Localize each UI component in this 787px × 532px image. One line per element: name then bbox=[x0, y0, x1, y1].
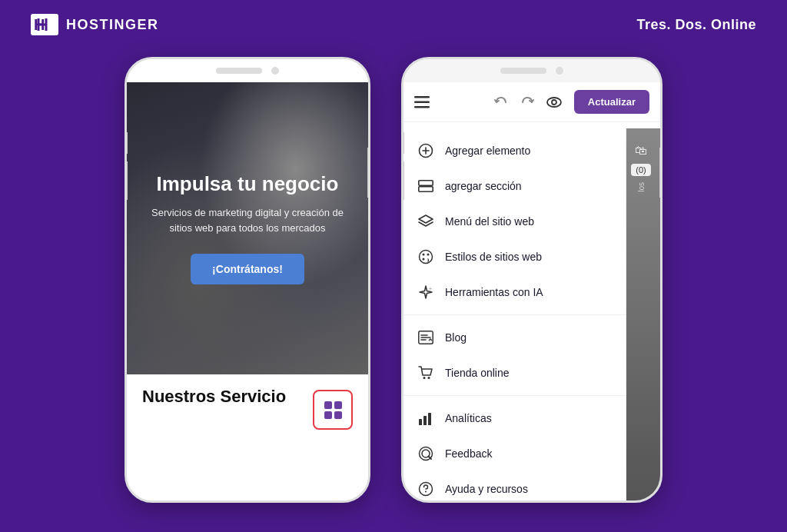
cart-icon-edge: 🛍 bbox=[635, 144, 647, 158]
menu-item-feedback[interactable]: Feedback bbox=[403, 436, 626, 471]
redo-icon[interactable] bbox=[520, 95, 534, 109]
editor-toolbar: Actualizar bbox=[403, 82, 660, 122]
svg-rect-13 bbox=[419, 181, 433, 185]
svg-point-17 bbox=[423, 254, 425, 256]
main-area: Impulsa tu negocio Servicios de marketin… bbox=[0, 49, 787, 510]
menu-item-analytics[interactable]: Analíticas bbox=[403, 401, 626, 436]
svg-rect-27 bbox=[423, 416, 427, 425]
svg-rect-28 bbox=[428, 413, 431, 425]
right-phone-notch bbox=[403, 59, 660, 82]
svg-point-25 bbox=[428, 377, 430, 379]
right-power-button bbox=[659, 148, 662, 198]
hamburger-menu-icon[interactable] bbox=[414, 96, 430, 108]
undo-icon[interactable] bbox=[494, 95, 508, 109]
svg-marker-15 bbox=[419, 215, 433, 223]
cart-count-badge: (0) bbox=[631, 164, 650, 176]
volume-down-button bbox=[125, 161, 128, 200]
site-title: Tres. Dos. Online bbox=[636, 17, 756, 33]
menu-item-analytics-label: Analíticas bbox=[445, 412, 492, 424]
svg-point-8 bbox=[547, 98, 561, 107]
menu-item-site-styles-label: Estilos de sitios web bbox=[445, 251, 542, 263]
svg-rect-5 bbox=[414, 96, 430, 98]
svg-point-33 bbox=[425, 491, 427, 493]
app-icon-grid bbox=[324, 401, 342, 419]
right-volume-up-button bbox=[401, 132, 404, 154]
svg-rect-14 bbox=[419, 187, 433, 191]
svg-rect-7 bbox=[414, 106, 430, 108]
left-phone-mockup: Impulsa tu negocio Servicios de marketin… bbox=[125, 57, 370, 503]
menu-item-blog-label: Blog bbox=[445, 331, 467, 344]
menu-item-help-label: Ayuda y recursos bbox=[445, 483, 528, 495]
right-phone-mockup: Actualizar 🛍 (0) los A bbox=[401, 57, 662, 503]
menu-section-3: Analíticas Feedback bbox=[403, 396, 626, 500]
menu-item-blog[interactable]: Blog bbox=[403, 320, 626, 355]
right-phone-power-button bbox=[659, 148, 662, 198]
svg-rect-26 bbox=[419, 419, 422, 425]
svg-point-18 bbox=[427, 254, 430, 256]
menu-section-2: Blog Tienda online bbox=[403, 315, 626, 396]
menu-item-site-styles[interactable]: Estilos de sitios web bbox=[403, 239, 626, 274]
app-icon-box[interactable] bbox=[313, 390, 353, 430]
menu-item-site-menu[interactable]: Menú del sitio web bbox=[403, 204, 626, 239]
svg-point-19 bbox=[423, 258, 425, 261]
notch-circle bbox=[271, 67, 279, 75]
volume-up-button bbox=[125, 132, 128, 154]
menu-section-1: Agregar elemento agregar sección bbox=[403, 128, 626, 315]
svg-line-31 bbox=[429, 457, 432, 460]
logo: H HOSTINGER bbox=[31, 14, 159, 35]
hero-text-block: Impulsa tu negocio Servicios de marketin… bbox=[142, 172, 353, 284]
app-icon-cell-2 bbox=[334, 401, 342, 409]
blog-icon bbox=[417, 329, 434, 346]
top-bar: H HOSTINGER Tres. Dos. Online bbox=[0, 0, 787, 49]
menu-item-online-store[interactable]: Tienda online bbox=[403, 355, 626, 391]
right-notch-circle bbox=[556, 67, 563, 75]
left-phone-notch bbox=[127, 59, 368, 82]
menu-item-feedback-label: Feedback bbox=[445, 447, 492, 460]
question-circle-icon bbox=[417, 480, 434, 497]
notch-pill bbox=[216, 68, 262, 74]
hero-section: Impulsa tu negocio Servicios de marketin… bbox=[127, 82, 368, 374]
website-edge: 🛍 (0) los bbox=[622, 128, 660, 500]
add-section-icon bbox=[417, 178, 434, 195]
menu-item-add-element[interactable]: Agregar elemento bbox=[403, 133, 626, 168]
svg-point-9 bbox=[552, 100, 556, 105]
layers-icon bbox=[417, 213, 434, 230]
menu-item-add-section-label: agregar sección bbox=[445, 180, 522, 192]
hero-subtitle: Servicios de marketing digital y creació… bbox=[142, 205, 353, 235]
app-icon-cell-4 bbox=[334, 411, 342, 419]
power-button bbox=[367, 148, 370, 198]
svg-point-16 bbox=[420, 251, 433, 264]
dropdown-menu: Agregar elemento agregar sección bbox=[403, 128, 626, 500]
menu-item-add-section[interactable]: agregar sección bbox=[403, 168, 626, 204]
edge-text: los bbox=[637, 182, 646, 192]
palette-icon bbox=[417, 248, 434, 265]
left-phone-power-button bbox=[367, 148, 370, 198]
sparkle-icon bbox=[417, 284, 434, 301]
menu-item-online-store-label: Tienda online bbox=[445, 367, 510, 379]
hero-title: Impulsa tu negocio bbox=[142, 172, 353, 196]
hero-cta-button[interactable]: ¡Contrátanos! bbox=[191, 254, 304, 284]
plus-circle-icon bbox=[417, 142, 434, 159]
preview-icon[interactable] bbox=[546, 97, 562, 108]
logo-text: HOSTINGER bbox=[66, 17, 159, 33]
app-icon-cell-3 bbox=[324, 411, 332, 419]
actualizar-button[interactable]: Actualizar bbox=[574, 90, 649, 114]
phone-bottom-section: Nuestros Servicio bbox=[127, 374, 368, 500]
menu-item-site-menu-label: Menú del sitio web bbox=[445, 215, 534, 228]
feedback-icon bbox=[417, 445, 434, 462]
left-phone-content: Impulsa tu negocio Servicios de marketin… bbox=[127, 82, 368, 500]
left-phone-side-buttons bbox=[125, 132, 128, 200]
svg-rect-6 bbox=[414, 101, 430, 103]
right-notch-pill bbox=[500, 68, 546, 74]
menu-item-help[interactable]: Ayuda y recursos bbox=[403, 471, 626, 500]
menu-item-ai-tools-label: Herramientas con IA bbox=[445, 286, 543, 298]
svg-point-24 bbox=[423, 377, 426, 379]
cart-icon bbox=[417, 364, 434, 381]
right-phone-side-buttons bbox=[401, 132, 404, 200]
right-volume-down-button bbox=[401, 161, 404, 200]
hostinger-logo-icon: H bbox=[31, 14, 58, 35]
bottom-section-title: Nuestros Servicio bbox=[142, 387, 286, 407]
bar-chart-icon bbox=[417, 410, 434, 427]
menu-item-add-element-label: Agregar elemento bbox=[445, 145, 530, 157]
menu-item-ai-tools[interactable]: Herramientas con IA bbox=[403, 274, 626, 310]
